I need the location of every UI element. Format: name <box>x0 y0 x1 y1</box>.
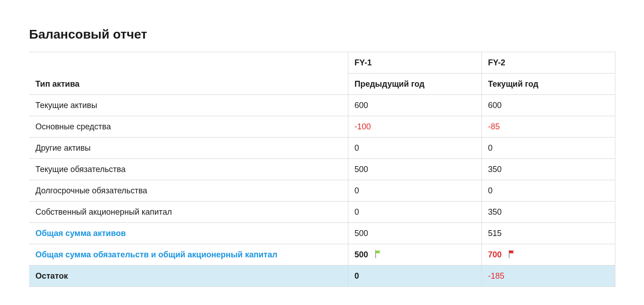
table-row: Основные средства -100 -85 <box>29 116 615 138</box>
row-label: Основные средства <box>29 116 348 138</box>
header-fy1-super: FY-1 <box>348 52 481 74</box>
row-fy1: 0 <box>348 180 481 202</box>
table-row: Другие активы 0 0 <box>29 138 615 159</box>
header-fy2-sub: Текущий год <box>481 74 615 95</box>
row-fy1-value: 500 <box>355 250 368 259</box>
row-fy2: 600 <box>481 95 615 116</box>
row-fy2: -185 <box>481 266 615 287</box>
row-label: Долгосрочные обязательства <box>29 180 348 202</box>
table-row: Собственный акционерный капитал 0 350 <box>29 202 615 223</box>
row-fy1: 0 <box>348 138 481 159</box>
flag-icon <box>509 250 516 258</box>
report-title: Балансовый отчет <box>29 27 615 42</box>
header-empty <box>29 52 348 74</box>
row-fy1: 0 <box>348 202 481 223</box>
row-label: Общая сумма активов <box>29 223 348 244</box>
header-fy2-super: FY-2 <box>481 52 615 74</box>
row-fy2: 0 <box>481 180 615 202</box>
row-fy2: 515 <box>481 223 615 244</box>
row-label: Собственный акционерный капитал <box>29 202 348 223</box>
row-fy2: 0 <box>481 138 615 159</box>
table-row: Долгосрочные обязательства 0 0 <box>29 180 615 202</box>
row-fy2-value: 700 <box>488 250 502 259</box>
row-fy2: 700 <box>481 244 615 266</box>
row-fy2: 350 <box>481 202 615 223</box>
table-row: Текущие обязательства 500 350 <box>29 159 615 180</box>
row-fy1: 0 <box>348 266 481 287</box>
table-header-row-2: Тип актива Предыдущий год Текущий год <box>29 74 615 95</box>
table-header-row-1: FY-1 FY-2 <box>29 52 615 74</box>
row-label: Остаток <box>29 266 348 287</box>
row-fy1: 600 <box>348 95 481 116</box>
row-fy2: 350 <box>481 159 615 180</box>
balance-table: FY-1 FY-2 Тип актива Предыдущий год Теку… <box>29 52 615 287</box>
table-row-balance: Остаток 0 -185 <box>29 266 615 287</box>
row-fy1: 500 <box>348 223 481 244</box>
row-label: Другие активы <box>29 138 348 159</box>
row-label: Текущие активы <box>29 95 348 116</box>
row-fy1: -100 <box>348 116 481 138</box>
header-asset-type: Тип актива <box>29 74 348 95</box>
row-label: Текущие обязательства <box>29 159 348 180</box>
flag-icon <box>375 250 382 258</box>
row-fy2: -85 <box>481 116 615 138</box>
table-row-total-assets: Общая сумма активов 500 515 <box>29 223 615 244</box>
table-row-total-liab-equity: Общая сумма обязательств и общий акционе… <box>29 244 615 266</box>
row-label: Общая сумма обязательств и общий акционе… <box>29 244 348 266</box>
row-fy1: 500 <box>348 244 481 266</box>
header-fy1-sub: Предыдущий год <box>348 74 481 95</box>
row-fy1: 500 <box>348 159 481 180</box>
table-row: Текущие активы 600 600 <box>29 95 615 116</box>
